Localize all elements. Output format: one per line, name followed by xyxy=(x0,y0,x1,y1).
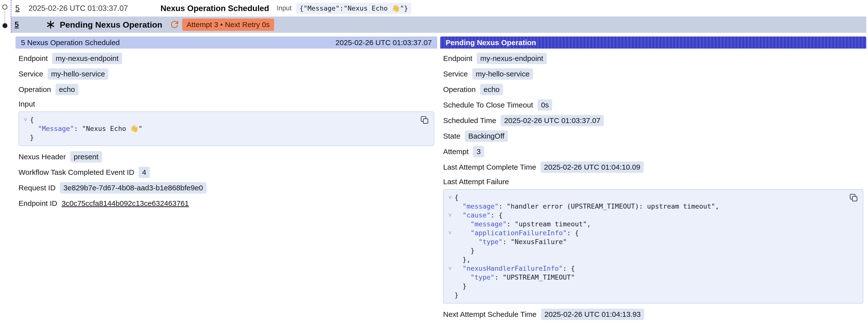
field-label: Nexus Header xyxy=(19,153,66,161)
json-punctuation: { xyxy=(455,194,458,201)
field-label: State xyxy=(443,132,460,140)
event-row-nexus-operation-scheduled[interactable]: 5 2025-02-26 UTC 01:03:37.07 Nexus Opera… xyxy=(11,0,866,17)
field-row: Operationecho xyxy=(443,82,863,97)
field-value-chip: my-nexus-endpoint xyxy=(477,53,547,64)
event-id-link[interactable]: 5 xyxy=(15,4,20,13)
field-label: Endpoint xyxy=(443,54,472,63)
collapse-chevron-icon[interactable]: ˅ xyxy=(21,116,30,124)
field-value-chip: my-hello-service xyxy=(472,68,533,79)
code-line-content: { xyxy=(455,193,458,202)
json-key: "nexusHandlerFailureInfo" xyxy=(463,264,563,272)
scheduled-panel-content: Endpointmy-nexus-endpointServicemy-hello… xyxy=(16,49,437,211)
field-row: Operationecho xyxy=(19,82,434,97)
failure-json-block: ˅{"message": "handler error (UPSTREAM_TI… xyxy=(443,189,863,303)
chevron-spacer xyxy=(445,202,455,211)
code-line-content: { xyxy=(30,116,34,124)
field-value-chip: 2025-02-26 UTC 01:04:10.09 xyxy=(540,161,644,173)
field-row: Workflow Task Completed Event ID4 xyxy=(19,164,434,180)
copy-icon[interactable] xyxy=(419,115,430,126)
collapse-chevron-icon[interactable]: ˅ xyxy=(445,211,455,220)
input-preview-chip: {"Message":"Nexus Echo 👋"} xyxy=(296,3,411,14)
json-punctuation: : { xyxy=(567,229,579,237)
json-punctuation: } xyxy=(463,282,467,290)
field-value-chip: 3 xyxy=(473,146,484,157)
scheduled-event-panel: 5 Nexus Operation Scheduled 2025-02-26 U… xyxy=(16,36,437,322)
chevron-spacer xyxy=(445,255,455,264)
code-line: } xyxy=(445,246,841,255)
collapse-chevron-icon[interactable]: ˅ xyxy=(445,264,455,273)
event-id-link[interactable]: 5 xyxy=(14,20,19,29)
pending-panel-header: Pending Nexus Operation xyxy=(440,36,866,49)
json-punctuation: : xyxy=(506,220,515,228)
pending-panel-content: Endpointmy-nexus-endpointServicemy-hello… xyxy=(440,49,866,322)
json-key: "Message" xyxy=(38,125,74,132)
json-key: "message" xyxy=(470,220,506,228)
json-punctuation: } xyxy=(30,134,34,141)
code-line-content: } xyxy=(455,282,467,291)
scheduled-fields-top: Endpointmy-nexus-endpointServicemy-hello… xyxy=(19,51,434,97)
field-label: Workflow Task Completed Event ID xyxy=(19,168,134,176)
timeline-node-dot-icon xyxy=(2,23,7,28)
field-value-chip: 4 xyxy=(139,167,150,178)
json-punctuation: }, xyxy=(463,256,471,263)
code-line-content: "message": "handler error (UPSTREAM_TIME… xyxy=(455,202,719,211)
code-line: "type": "NexusFailure" xyxy=(445,237,841,246)
collapse-chevron-icon[interactable]: ˅ xyxy=(445,229,455,237)
attempt-retry-badge: Attempt 3 • Next Retry 0s xyxy=(182,19,274,31)
code-line: ˅{ xyxy=(445,193,841,202)
json-punctuation: : xyxy=(495,273,503,281)
chevron-spacer xyxy=(445,282,455,291)
code-line-content: } xyxy=(455,246,474,255)
field-label: Endpoint xyxy=(19,54,48,63)
scheduled-panel-title: 5 Nexus Operation Scheduled xyxy=(21,38,120,47)
last-attempt-failure-label: Last Attempt Failure xyxy=(443,175,863,189)
field-label: Service xyxy=(443,70,468,78)
field-value-chip: BackingOff xyxy=(465,130,508,142)
scheduled-panel-timestamp: 2025-02-26 UTC 01:03:37.07 xyxy=(336,38,432,47)
json-punctuation: : xyxy=(503,238,511,246)
json-punctuation: { xyxy=(30,116,34,124)
chevron-spacer xyxy=(21,124,30,133)
input-label: Input xyxy=(277,4,292,12)
scheduled-panel-header: 5 Nexus Operation Scheduled 2025-02-26 U… xyxy=(16,36,437,49)
chevron-spacer xyxy=(445,237,455,246)
timeline-connector-dotted xyxy=(4,11,5,23)
code-line: } xyxy=(21,133,411,142)
collapse-chevron-icon[interactable]: ˅ xyxy=(445,193,455,202)
code-line-content: "nexusHandlerFailureInfo": { xyxy=(455,264,575,273)
field-value-chip: 2025-02-26 UTC 01:03:37.07 xyxy=(501,115,604,126)
field-value-chip: my-hello-service xyxy=(48,68,108,79)
json-key: "cause" xyxy=(463,211,491,219)
code-line: ˅"applicationFailureInfo": { xyxy=(445,229,841,237)
field-row: Request ID3e829b7e-7d67-4b08-aad3-b1e868… xyxy=(19,180,434,195)
json-key: "message" xyxy=(463,202,499,210)
field-value-chip: 0s xyxy=(538,99,552,111)
code-line-content: "type": "NexusFailure" xyxy=(455,237,567,246)
code-line: }, xyxy=(445,255,841,264)
copy-icon[interactable] xyxy=(848,192,859,203)
pending-operation-title: Pending Nexus Operation xyxy=(60,20,162,30)
json-string: "handler error (UPSTREAM_TIMEOUT): upstr… xyxy=(506,202,715,210)
field-label: Schedule To Close Timeout xyxy=(443,101,533,109)
nexus-asterisk-icon xyxy=(46,20,55,29)
field-row: Last Attempt Complete Time2025-02-26 UTC… xyxy=(443,159,863,175)
input-section-label: Input xyxy=(19,97,434,111)
chevron-spacer xyxy=(21,133,30,142)
field-label: Last Attempt Complete Time xyxy=(443,163,536,171)
pending-nexus-operation-row[interactable]: 5 Pending Nexus Operation Attempt 3 • Ne… xyxy=(11,17,866,33)
field-row: StateBackingOff xyxy=(443,128,863,144)
field-value-chip: my-nexus-endpoint xyxy=(52,53,122,64)
pending-fields-bottom: Next Attempt Schedule Time2025-02-26 UTC… xyxy=(443,307,863,322)
field-row: Nexus Headerpresent xyxy=(19,149,434,164)
failure-json-lines: ˅{"message": "handler error (UPSTREAM_TI… xyxy=(445,193,841,299)
field-value-chip: 2025-02-26 UTC 01:04:13.93 xyxy=(541,309,644,320)
field-value-chip: present xyxy=(70,151,102,162)
code-line-content: }, xyxy=(455,255,470,264)
workflow-event-history-view: 5 2025-02-26 UTC 01:03:37.07 Nexus Opera… xyxy=(0,0,868,322)
json-string: "NexusFailure" xyxy=(511,238,567,246)
field-value-link[interactable]: 3c0c75ccfa8144b092c13ce632463761 xyxy=(62,199,189,207)
code-line: "Message": "Nexus Echo 👋" xyxy=(21,124,411,133)
field-label: Attempt xyxy=(443,148,469,156)
json-punctuation: } xyxy=(470,247,474,254)
retry-icon xyxy=(170,20,179,29)
